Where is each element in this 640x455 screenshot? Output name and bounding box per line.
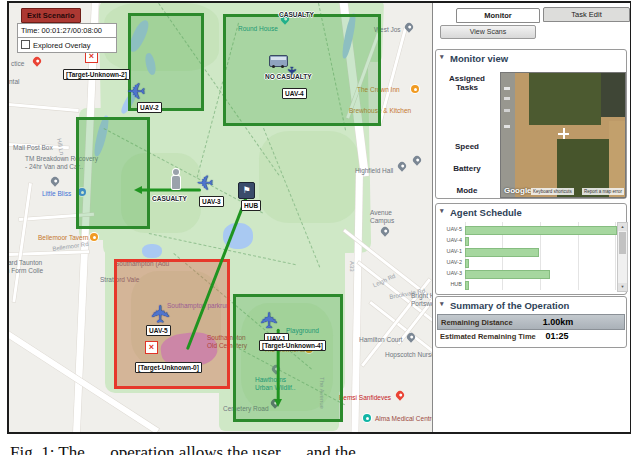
explored-overlay-checkbox[interactable] — [21, 40, 30, 49]
explored-overlay-label: Explored Overlay — [33, 41, 91, 50]
uav-2-icon[interactable]: ✈ — [127, 81, 145, 103]
schedule-bar[interactable] — [465, 226, 617, 235]
tab-task-edit[interactable]: Task Edit — [543, 7, 630, 22]
map-poi-label: Bemsi Sanfideves — [339, 394, 391, 402]
agent-schedule-chart: UAV-5UAV-4UAV-1UAV-2UAV-3HUB — [436, 222, 618, 292]
map-pin-icon — [379, 225, 390, 236]
poi-line: Bright Horizons — [411, 292, 432, 300]
wooded-area — [259, 131, 359, 223]
schedule-bar[interactable] — [465, 270, 550, 279]
uav-2-label: UAV-2 — [137, 102, 162, 113]
uav-5-icon[interactable]: ✈ — [149, 304, 173, 324]
poi-line: Sixth Form Colle — [9, 267, 43, 275]
sat-cars — [504, 87, 510, 90]
map-poi-label: Hill Ln — [55, 138, 65, 156]
poi-line: Campus — [370, 217, 394, 225]
schedule-agent-label: HUB — [436, 281, 462, 287]
casualty-label-top: CASUALTY — [279, 11, 314, 18]
scrollbar-thumb[interactable] — [619, 232, 626, 254]
report-map-error-link[interactable]: Report a map error — [582, 188, 624, 195]
schedule-row: UAV-4 — [436, 236, 616, 245]
map-poi-label: Hamilton Court — [359, 336, 402, 344]
schedule-bar[interactable] — [465, 248, 539, 257]
sat-path — [609, 121, 626, 197]
schedule-agent-label: UAV-4 — [436, 237, 462, 243]
map-poi-label: Hopscotch Nurser — [385, 351, 432, 359]
schedule-bar[interactable] — [465, 259, 469, 268]
map-poi-label: A33 — [348, 261, 356, 272]
schedule-row: HUB — [436, 280, 616, 289]
casualty-person-icon[interactable] — [171, 169, 180, 191]
schedule-bar[interactable] — [465, 281, 469, 290]
uav-position-cross-icon — [558, 128, 569, 139]
figure-caption: Fig. 1: The … operation allows the user … — [10, 443, 636, 455]
scroll-up-icon[interactable]: ▲ — [618, 223, 627, 231]
schedule-scrollbar[interactable]: ▲ ▼ — [617, 222, 628, 292]
map-poi-label: Highfield Hall — [355, 167, 393, 175]
map-pin-icon — [396, 160, 407, 171]
field-speed: Speed — [438, 142, 496, 151]
target-unknown-0-marker[interactable]: × — [145, 341, 158, 354]
scroll-down-icon[interactable]: ▼ — [618, 283, 627, 291]
target-unknown-0-label: [Target-Unknown-0] — [135, 362, 202, 373]
field-assigned-tasks: Assigned Tasks — [438, 74, 496, 92]
collapse-icon: ▾ — [440, 300, 444, 308]
target-unknown-2-label: [Target-Unknown-2] — [63, 69, 130, 80]
map-pin-icon — [411, 154, 422, 165]
monitor-view-panel: ▾Monitor view Assigned Tasks Speed Batte… — [435, 49, 627, 199]
agent-schedule-header[interactable]: ▾Agent Schedule — [436, 204, 626, 221]
map-poi-label: Richard TauntonSixth Form Colle — [9, 259, 43, 274]
person-head — [173, 169, 179, 175]
map-poi-label: ctice — [11, 60, 24, 68]
poi-line: Portswood Day.. — [411, 300, 432, 308]
mission-map[interactable]: Exit Scenario Time: 00:01:27/00:08:00 Ex… — [9, 3, 432, 432]
schedule-agent-label: UAV-3 — [436, 270, 462, 276]
collapse-icon: ▾ — [440, 53, 444, 61]
keyboard-shortcuts-link[interactable]: Keyboard shortcuts — [531, 188, 574, 195]
map-pin-icon — [394, 389, 405, 400]
monitor-view-header[interactable]: ▾Monitor view — [436, 50, 626, 67]
control-sidebar: Monitor Task Edit View Scans ▾Monitor vi… — [432, 3, 630, 432]
map-pin-icon — [363, 414, 371, 422]
explored-overlay-row[interactable]: Explored Overlay — [17, 37, 117, 53]
region-uav4 — [223, 14, 381, 126]
schedule-row: UAV-5 — [436, 225, 616, 234]
agent-schedule-panel: ▾Agent Schedule UAV-5UAV-4UAV-1UAV-2UAV-… — [435, 203, 627, 295]
water-area — [142, 244, 162, 258]
poi-line: Richard Taunton — [9, 259, 43, 267]
summary-header[interactable]: ▾Summary of the Operation — [436, 297, 626, 314]
exit-scenario-button[interactable]: Exit Scenario — [21, 8, 81, 23]
sat-parking-strip — [501, 73, 515, 197]
region-uav1 — [233, 294, 343, 422]
road — [9, 103, 79, 112]
summary-panel: ▾Summary of the Operation Remaining Dist… — [435, 296, 627, 348]
map-poi-label: AvenueCampus — [370, 209, 394, 224]
hub-icon[interactable]: ⚑ — [238, 182, 255, 199]
person-body — [172, 176, 180, 189]
hub-label: HUB — [241, 200, 261, 211]
uav-5-label: UAV-5 — [146, 325, 171, 336]
schedule-bar[interactable] — [465, 237, 469, 246]
view-scans-button[interactable]: View Scans — [440, 25, 536, 39]
uav-4-icon[interactable]: ✈ — [286, 66, 297, 75]
poi-line: Avenue — [370, 209, 394, 217]
map-poi-label: Mail Post Box — [13, 144, 53, 152]
map-pin-icon — [90, 233, 98, 241]
uav-3-icon[interactable]: ✈ — [197, 173, 214, 193]
uav-4-label: UAV-4 — [282, 88, 307, 99]
summary-row-time: Estimated Remaining Time 01:25 — [437, 329, 623, 343]
tab-monitor[interactable]: Monitor — [456, 8, 540, 23]
road — [12, 183, 32, 302]
app-window: Exit Scenario Time: 00:01:27/00:08:00 Ex… — [7, 1, 631, 434]
uav-camera-satellite-view[interactable]: Google Keyboard shortcuts Report a map e… — [500, 72, 626, 198]
schedule-agent-label: UAV-1 — [436, 248, 462, 254]
sat-trees — [601, 73, 626, 117]
uav-1-icon[interactable]: ✈ — [259, 311, 281, 329]
map-poi-label: Bellemoor Tavern — [38, 234, 88, 242]
field-mode: Mode — [438, 186, 496, 195]
schedule-row: UAV-1 — [436, 247, 616, 256]
map-pin-icon — [49, 175, 60, 186]
google-watermark: Google — [504, 186, 532, 195]
map-pin-icon — [411, 85, 419, 93]
map-poi-label: Alma Medical Centre — [375, 415, 432, 423]
